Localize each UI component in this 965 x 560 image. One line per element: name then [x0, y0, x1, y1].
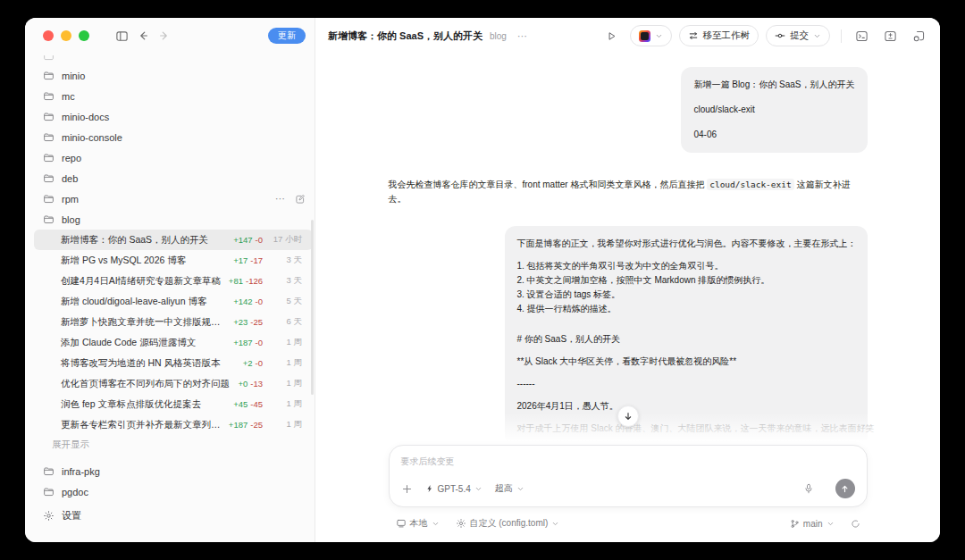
- sidebar-scrollbar[interactable]: [311, 220, 314, 395]
- sidebar-folder-item-pgdoc[interactable]: pgdoc: [25, 481, 315, 501]
- diff-changes-icon[interactable]: [879, 25, 901, 46]
- open-in-window-icon[interactable]: [908, 25, 929, 46]
- worktree-label: 移至工作树: [703, 29, 751, 42]
- task-row[interactable]: 将博客改写为地道的 HN 风格英语版本+2-01 周: [34, 353, 313, 373]
- message-line: 4. 提供一行精炼的描述。: [517, 302, 855, 316]
- folder-icon: [43, 90, 55, 102]
- sidebar-folder-item-rpm[interactable]: rpm⋯: [25, 188, 315, 209]
- app-selector-dropdown[interactable]: [630, 25, 672, 46]
- folder-icon: [43, 111, 55, 122]
- diff-removed: -0: [256, 358, 263, 368]
- diff-removed: -13: [250, 379, 263, 389]
- model-selector-dropdown[interactable]: GPT-5.4: [425, 484, 482, 494]
- folder-label: deb: [62, 173, 78, 184]
- message-line: 3. 设置合适的 tags 标签。: [517, 288, 855, 302]
- task-row[interactable]: 新增 PG vs MySQL 2026 博客+17-173 天: [34, 250, 313, 271]
- commit-button[interactable]: 提交: [766, 25, 830, 46]
- task-time: 1 周: [270, 357, 302, 369]
- sidebar-folder-item-deb[interactable]: deb: [25, 168, 315, 188]
- sidebar-folder-item-repo[interactable]: repo: [25, 147, 315, 168]
- effort-selector-dropdown[interactable]: 超高: [495, 482, 524, 495]
- task-row[interactable]: 创建4月4日AI情绪研究专题新文章草稿+81-1263 天: [34, 271, 313, 291]
- input-placeholder: 要求后续变更: [401, 456, 855, 468]
- branch-label: main: [803, 519, 823, 529]
- sidebar-folder-item-minio[interactable]: minio: [25, 65, 315, 86]
- sidebar-settings-item[interactable]: 设置: [25, 501, 315, 542]
- task-diff: +0-13: [238, 379, 263, 389]
- task-time: 5 天: [270, 296, 302, 307]
- task-title: 润色 fep 文章标点排版优化提案去: [52, 398, 226, 411]
- branch-dropdown[interactable]: main: [790, 519, 835, 529]
- chat-area: 新增一篇 Blog：你的 SaaS，别人的开关cloud/slack-exit0…: [315, 54, 940, 445]
- close-window-button[interactable]: [43, 30, 54, 41]
- folder-icon: [43, 172, 55, 184]
- message-line: 2. 中英文之间增加空格，按照中文 Markdown 排版的惯例执行。: [517, 273, 855, 288]
- environment-dropdown[interactable]: 本地: [396, 517, 440, 530]
- task-time: 1 周: [270, 398, 302, 410]
- task-diff: +23-25: [233, 317, 263, 327]
- folder-label: minio-docs: [62, 112, 109, 122]
- show-more-button[interactable]: 展开显示: [25, 435, 315, 455]
- chevron-down-icon: [474, 485, 482, 493]
- more-icon[interactable]: ⋯: [275, 194, 286, 204]
- task-title: 将博客改写为地道的 HN 风格英语版本: [52, 357, 236, 370]
- move-to-worktree-button[interactable]: 移至工作树: [679, 25, 759, 46]
- back-icon[interactable]: [132, 25, 154, 46]
- folder-label: infra-pkg: [62, 466, 100, 477]
- folder-label: mc: [62, 91, 75, 102]
- terminal-icon[interactable]: [851, 25, 872, 46]
- send-button[interactable]: [835, 479, 855, 498]
- sidebar-folder-item-mc[interactable]: mc: [25, 86, 315, 106]
- toggle-sidebar-icon[interactable]: [111, 25, 132, 46]
- config-label: 自定义 (config.toml): [470, 517, 549, 530]
- folder-label: minio: [62, 71, 85, 81]
- attach-plus-icon[interactable]: [401, 483, 413, 495]
- main-panel: 新增博客：你的 SaaS，别人的开关 blog ⋯ 移至: [315, 18, 940, 542]
- microphone-icon[interactable]: [803, 483, 814, 494]
- task-title: 新增萝卜快跑文章并统一中文排版规范调整: [52, 316, 226, 329]
- task-row[interactable]: 添加 Claude Code 源码泄露博文+187-01 周: [34, 332, 313, 353]
- task-row[interactable]: 新增博客：你的 SaaS，别人的开关+147-017 小时: [34, 230, 313, 250]
- task-row[interactable]: 新增 cloud/digoal-leave-aliyun 博客+142-05 天: [34, 291, 313, 312]
- app-window: 更新 miniomcminio-docsminio-consolerepodeb…: [25, 18, 940, 542]
- task-diff: +187-0: [233, 338, 263, 347]
- diff-added: +2: [243, 358, 253, 368]
- task-diff: +17-17: [233, 255, 263, 265]
- sidebar-folder-item-minio-console[interactable]: minio-console: [25, 127, 315, 147]
- task-row[interactable]: 润色 fep 文章标点排版优化提案去+45-451 周: [34, 394, 313, 414]
- environment-label: 本地: [410, 517, 428, 530]
- task-row[interactable]: 新增萝卜快跑文章并统一中文排版规范调整+23-256 天: [34, 312, 313, 332]
- config-dropdown[interactable]: 自定义 (config.toml): [456, 517, 560, 530]
- minimize-window-button[interactable]: [61, 30, 71, 41]
- project-tag: blog: [490, 31, 507, 41]
- message-input[interactable]: 要求后续变更 GPT-5.4: [389, 445, 868, 507]
- task-row[interactable]: 优化首页博客在不同列布局下的对齐问题+0-131 周: [34, 373, 313, 394]
- sidebar-folder-item-minio-docs[interactable]: minio-docs: [25, 106, 315, 127]
- zoom-window-button[interactable]: [79, 30, 89, 41]
- sidebar-titlebar: 更新: [25, 18, 315, 54]
- forward-icon[interactable]: [154, 25, 175, 46]
- update-button[interactable]: 更新: [268, 28, 306, 44]
- sidebar-folder-item-clipped: [25, 55, 315, 65]
- message-line: [517, 347, 855, 355]
- task-title: 创建4月4日AI情绪研究专题新文章草稿: [52, 275, 222, 288]
- folder-icon: [43, 193, 55, 205]
- model-label: GPT-5.4: [438, 484, 471, 494]
- scroll-to-bottom-button[interactable]: [617, 405, 639, 427]
- message-line: cloud/slack-exit: [693, 103, 854, 117]
- folder-icon: [43, 152, 55, 163]
- run-icon[interactable]: [601, 25, 623, 46]
- gear-icon: [456, 518, 466, 529]
- chevron-down-icon: [516, 485, 524, 493]
- composer: 要求后续变更 GPT-5.4: [389, 445, 868, 542]
- header-more-icon[interactable]: ⋯: [517, 30, 528, 42]
- lightning-icon: [425, 484, 434, 493]
- task-diff: +81-126: [229, 276, 263, 286]
- folder-label: minio-console: [62, 132, 122, 143]
- sidebar-folder-item-infra-pkg[interactable]: infra-pkg: [25, 461, 315, 481]
- message-line: [517, 251, 855, 259]
- compose-icon[interactable]: [295, 194, 306, 205]
- task-row[interactable]: 更新各专栏索引页并补齐最新文章列表内容+187-251 周: [34, 414, 313, 435]
- sidebar-folder-item-blog[interactable]: blog: [25, 209, 315, 230]
- folder-icon: [43, 465, 55, 477]
